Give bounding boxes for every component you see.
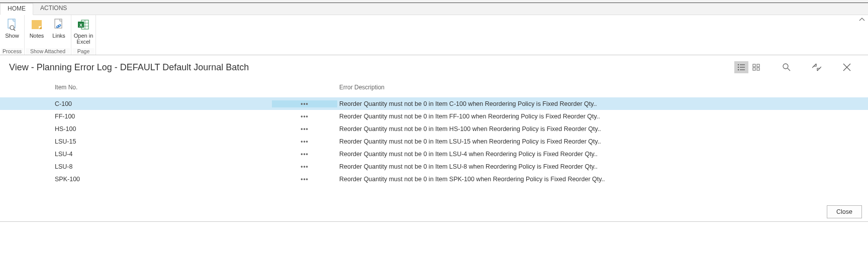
svg-point-19 [738, 69, 739, 70]
row-actions-button[interactable]: ••• [272, 176, 337, 183]
ellipsis-icon: ••• [301, 163, 309, 170]
row-actions-button[interactable]: ••• [272, 151, 337, 158]
ribbon-tab-actions[interactable]: ACTIONS [33, 3, 74, 15]
ribbon-content: Show Process Notes [0, 15, 868, 55]
ribbon-collapse-icon[interactable] [859, 17, 865, 23]
svg-line-2 [14, 29, 16, 31]
grid-row[interactable]: C-100•••Reorder Quantity must not be 0 i… [0, 97, 868, 110]
grid-row[interactable]: HS-100•••Reorder Quantity must not be 0 … [0, 122, 868, 135]
grid-header-row: Item No. Error Description [0, 77, 868, 97]
ribbon-tab-home[interactable]: HOME [0, 3, 33, 15]
cell-item-no[interactable]: HS-100 [54, 125, 272, 133]
row-actions-button[interactable]: ••• [272, 125, 337, 133]
footer-bar: Close [0, 202, 868, 222]
cell-error-description: Reorder Quantity must not be 0 in Item F… [337, 113, 868, 120]
ribbon-tab-fill [74, 3, 868, 15]
ribbon-group-label: Page [72, 48, 94, 55]
column-header-error-description[interactable]: Error Description [337, 84, 868, 91]
row-actions-button[interactable]: ••• [272, 163, 337, 170]
page-header: View - Planning Error Log - DEFAULT Defa… [0, 55, 868, 77]
cell-error-description: Reorder Quantity must not be 0 in Item L… [337, 163, 868, 170]
close-button[interactable]: Close [827, 205, 862, 218]
ribbon-group-label: Process [1, 48, 23, 55]
ribbon-tab-bar: HOME ACTIONS [0, 3, 868, 15]
svg-point-1 [10, 26, 14, 30]
ellipsis-icon: ••• [301, 176, 309, 183]
collapse-icon[interactable] [810, 61, 824, 73]
cell-item-no[interactable]: LSU-8 [54, 163, 272, 170]
ellipsis-icon: ••• [301, 113, 309, 120]
svg-point-15 [738, 64, 739, 65]
row-actions-button[interactable]: ••• [272, 138, 337, 145]
svg-rect-22 [757, 64, 759, 67]
cell-error-description: Reorder Quantity must not be 0 in Item S… [337, 176, 868, 183]
ribbon-button-label: Show [5, 33, 19, 39]
row-actions-button[interactable]: ••• [272, 100, 337, 107]
page-title: View - Planning Error Log - DEFAULT Defa… [9, 62, 733, 73]
svg-rect-6 [55, 19, 62, 28]
ribbon-button-open-excel[interactable]: X Open in Excel [72, 16, 94, 48]
ellipsis-icon: ••• [301, 151, 309, 158]
svg-rect-24 [757, 68, 759, 70]
grid-row[interactable]: LSU-8•••Reorder Quantity must not be 0 i… [0, 160, 868, 173]
cell-error-description: Reorder Quantity must not be 0 in Item C… [337, 100, 868, 107]
grid-row[interactable]: SPK-100•••Reorder Quantity must not be 0… [0, 173, 868, 185]
cell-error-description: Reorder Quantity must not be 0 in Item L… [337, 151, 868, 158]
ribbon-button-label: Links [52, 33, 65, 39]
ribbon-group-label: Show Attached [26, 48, 70, 55]
note-icon [30, 18, 43, 31]
search-icon[interactable] [780, 61, 794, 73]
ribbon-button-label: Open in Excel [74, 33, 93, 45]
ellipsis-icon: ••• [301, 100, 309, 107]
ellipsis-icon: ••• [301, 138, 309, 145]
cell-item-no[interactable]: SPK-100 [54, 176, 272, 183]
error-log-grid: Item No. Error Description C-100•••Reord… [0, 77, 868, 185]
ribbon-button-label: Notes [30, 33, 44, 39]
ribbon-button-show[interactable]: Show [1, 16, 23, 48]
view-tiles-icon[interactable] [749, 61, 763, 73]
svg-text:X: X [79, 23, 82, 28]
svg-rect-21 [753, 64, 755, 67]
cell-item-no[interactable]: LSU-15 [54, 138, 272, 145]
grid-row[interactable]: LSU-15•••Reorder Quantity must not be 0 … [0, 135, 868, 148]
ribbon-button-notes[interactable]: Notes [26, 16, 48, 48]
svg-rect-23 [753, 68, 755, 70]
close-icon[interactable] [840, 61, 854, 73]
cell-item-no[interactable]: LSU-4 [54, 151, 272, 158]
ellipsis-icon: ••• [301, 125, 309, 133]
cell-error-description: Reorder Quantity must not be 0 in Item H… [337, 125, 868, 133]
page-link-icon [52, 18, 65, 31]
svg-line-28 [820, 67, 821, 68]
ribbon-group-show-attached: Notes Links Show Attached [25, 15, 71, 55]
cell-item-no[interactable]: C-100 [54, 100, 272, 107]
page-magnify-icon [6, 18, 19, 31]
svg-point-25 [783, 64, 788, 69]
ribbon-button-links[interactable]: Links [48, 16, 70, 48]
column-header-item-no[interactable]: Item No. [54, 84, 272, 91]
ribbon-group-page: X Open in Excel Page [71, 15, 96, 55]
header-tools [733, 61, 859, 73]
cell-error-description: Reorder Quantity must not be 0 in Item L… [337, 138, 868, 145]
svg-line-27 [812, 66, 814, 68]
svg-line-26 [788, 68, 790, 71]
excel-icon: X [77, 18, 90, 31]
cell-item-no[interactable]: FF-100 [54, 113, 272, 120]
ribbon-group-process: Show Process [0, 15, 25, 55]
view-list-icon[interactable] [734, 61, 748, 73]
svg-point-17 [738, 67, 739, 68]
grid-row[interactable]: LSU-4•••Reorder Quantity must not be 0 i… [0, 148, 868, 160]
grid-row[interactable]: FF-100•••Reorder Quantity must not be 0 … [0, 110, 868, 122]
row-actions-button[interactable]: ••• [272, 113, 337, 120]
